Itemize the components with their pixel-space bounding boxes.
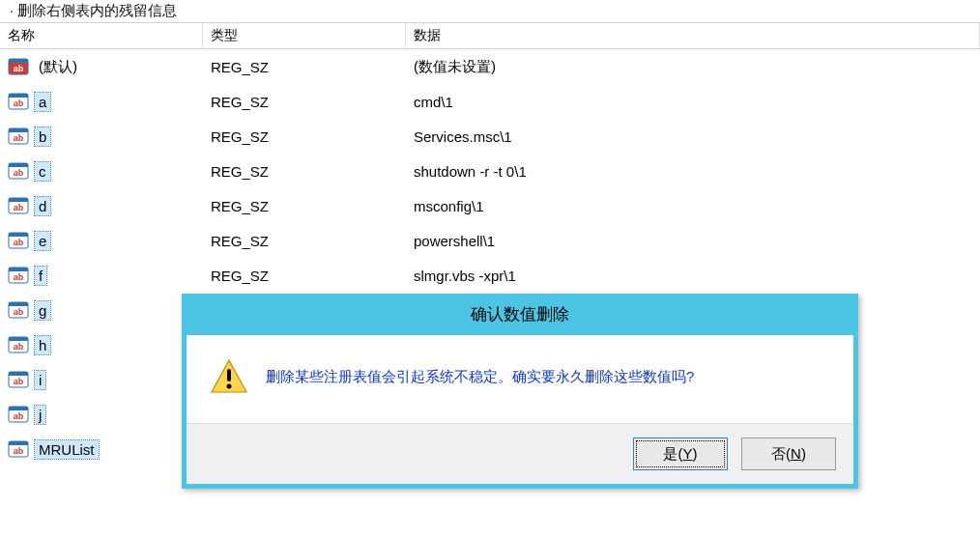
svg-text:ab: ab bbox=[14, 168, 24, 178]
yes-button-label: 是(Y) bbox=[663, 445, 697, 462]
value-data: powershell\1 bbox=[406, 233, 980, 249]
svg-text:ab: ab bbox=[14, 238, 24, 247]
value-name: d bbox=[35, 197, 50, 215]
svg-rect-10 bbox=[9, 163, 28, 167]
svg-text:ab: ab bbox=[14, 133, 24, 143]
dialog-body: 删除某些注册表值会引起系统不稳定。确实要永久删除这些数值吗? bbox=[187, 334, 853, 424]
string-value-icon: ab bbox=[8, 369, 29, 390]
value-name: b bbox=[35, 127, 50, 146]
string-value-icon: ab bbox=[8, 265, 29, 286]
table-row[interactable]: abdREG_SZmsconfig\1 bbox=[0, 188, 980, 223]
value-name: g bbox=[35, 301, 50, 320]
value-data: cmd\1 bbox=[406, 94, 980, 110]
svg-rect-13 bbox=[9, 198, 28, 202]
svg-rect-37 bbox=[227, 369, 231, 381]
header-data[interactable]: 数据 bbox=[406, 23, 980, 48]
svg-rect-1 bbox=[9, 59, 28, 63]
no-button[interactable]: 否(N) bbox=[741, 437, 836, 470]
dialog-button-bar: 是(Y) 否(N) bbox=[187, 424, 853, 484]
value-name: f bbox=[35, 267, 46, 285]
svg-text:ab: ab bbox=[14, 203, 24, 212]
value-name: e bbox=[35, 232, 50, 250]
svg-text:ab: ab bbox=[14, 342, 24, 352]
svg-text:ab: ab bbox=[14, 411, 24, 421]
string-value-icon: ab bbox=[8, 438, 29, 460]
svg-text:ab: ab bbox=[14, 377, 24, 386]
table-row[interactable]: abaREG_SZcmd\1 bbox=[0, 84, 980, 119]
svg-rect-28 bbox=[9, 372, 28, 376]
string-value-icon: ab bbox=[8, 299, 29, 321]
no-button-label: 否(N) bbox=[771, 445, 806, 462]
value-data: (数值未设置) bbox=[406, 58, 980, 76]
value-type: REG_SZ bbox=[203, 94, 406, 110]
value-data: slmgr.vbs -xpr\1 bbox=[406, 268, 980, 284]
value-type: REG_SZ bbox=[203, 59, 406, 75]
value-name: h bbox=[35, 336, 50, 354]
table-row[interactable]: abfREG_SZslmgr.vbs -xpr\1 bbox=[0, 258, 980, 293]
svg-rect-4 bbox=[9, 94, 28, 98]
dialog-title: 确认数值删除 bbox=[186, 297, 854, 335]
string-value-icon: ab bbox=[8, 160, 29, 182]
value-data: Services.msc\1 bbox=[406, 128, 980, 145]
svg-rect-25 bbox=[9, 337, 28, 341]
yes-button[interactable]: 是(Y) bbox=[633, 437, 728, 470]
table-row[interactable]: abcREG_SZshutdown -r -t 0\1 bbox=[0, 154, 980, 188]
value-type: REG_SZ bbox=[203, 233, 406, 249]
table-row[interactable]: abeREG_SZpowershell\1 bbox=[0, 223, 980, 258]
svg-text:ab: ab bbox=[14, 99, 24, 108]
header-type[interactable]: 类型 bbox=[203, 23, 406, 48]
value-name: MRUList bbox=[35, 440, 99, 459]
value-type: REG_SZ bbox=[203, 128, 406, 145]
string-value-icon: ab bbox=[8, 91, 29, 112]
svg-rect-34 bbox=[9, 441, 28, 445]
svg-point-38 bbox=[227, 384, 232, 389]
string-value-icon: ab bbox=[8, 404, 29, 425]
string-value-icon: ab bbox=[8, 195, 29, 216]
svg-text:ab: ab bbox=[14, 446, 24, 456]
string-value-icon: ab bbox=[8, 126, 29, 147]
value-type: REG_SZ bbox=[203, 268, 406, 284]
table-row[interactable]: abbREG_SZServices.msc\1 bbox=[0, 119, 980, 154]
value-data: msconfig\1 bbox=[406, 198, 980, 214]
top-note: · 删除右侧表内的残留信息 bbox=[0, 0, 980, 22]
svg-rect-16 bbox=[9, 233, 28, 237]
value-type: REG_SZ bbox=[203, 198, 406, 214]
warning-icon bbox=[210, 357, 248, 396]
value-name: (默认) bbox=[35, 57, 81, 77]
dialog-message: 删除某些注册表值会引起系统不稳定。确实要永久删除这些数值吗? bbox=[266, 368, 694, 386]
svg-text:ab: ab bbox=[14, 64, 24, 73]
confirm-delete-dialog: 确认数值删除 删除某些注册表值会引起系统不稳定。确实要永久删除这些数值吗? 是(… bbox=[182, 294, 858, 489]
svg-text:ab: ab bbox=[14, 307, 24, 317]
value-name: i bbox=[35, 371, 45, 389]
header-name[interactable]: 名称 bbox=[0, 23, 203, 48]
svg-rect-19 bbox=[9, 268, 28, 271]
string-value-icon: ab bbox=[8, 56, 29, 77]
value-type: REG_SZ bbox=[203, 163, 406, 180]
svg-text:ab: ab bbox=[14, 272, 24, 282]
string-value-icon: ab bbox=[8, 230, 29, 251]
value-data: shutdown -r -t 0\1 bbox=[406, 163, 980, 180]
svg-rect-22 bbox=[9, 302, 28, 306]
svg-rect-7 bbox=[9, 128, 28, 132]
string-value-icon: ab bbox=[8, 334, 29, 355]
svg-rect-31 bbox=[9, 407, 28, 410]
value-name: j bbox=[35, 406, 45, 424]
table-row[interactable]: ab(默认)REG_SZ(数值未设置) bbox=[0, 49, 980, 84]
value-name: a bbox=[35, 93, 50, 111]
value-name: c bbox=[35, 162, 50, 181]
column-headers: 名称 类型 数据 bbox=[0, 22, 980, 49]
